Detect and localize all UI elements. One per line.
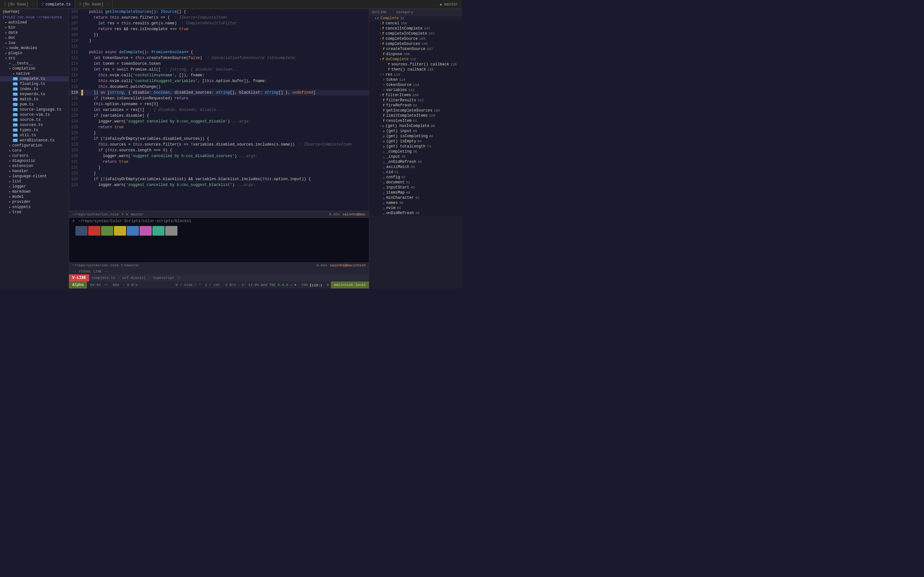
git-status-bar: macintosh.local	[331, 282, 369, 288]
tab-3-close[interactable]: -	[106, 2, 108, 7]
sidebar-match-ts[interactable]: TS match.ts	[0, 97, 69, 102]
tab-3[interactable]: 3 [No Name] -	[75, 0, 113, 9]
sidebar-floating-ts[interactable]: TS floating.ts	[0, 81, 69, 87]
outline-res[interactable]: › ○ res 115	[369, 72, 462, 77]
tab-1[interactable]: 1 [No Name] -	[0, 0, 37, 9]
outline-tokensource[interactable]: ○ tokenSource 113	[369, 82, 462, 87]
outline-config[interactable]: △ config 52	[369, 175, 462, 180]
sidebar-tree[interactable]: ▸ tree	[0, 210, 69, 215]
sidebar-src[interactable]: ▾ src	[0, 56, 69, 61]
sidebar-sources-ts[interactable]: TS sources.ts	[0, 122, 69, 127]
sidebar-pum-ts[interactable]: TS pum.ts	[0, 102, 69, 107]
outline-mincharacter[interactable]: △ minCharacter 42	[369, 195, 462, 200]
sidebar-source-vim-ts[interactable]: TS source-vim.ts	[0, 112, 69, 117]
sidebar-configuration[interactable]: ▸ configuration	[0, 143, 69, 148]
sidebar-model[interactable]: ▸ model	[0, 194, 69, 199]
outline-document[interactable]: △ document 51	[369, 180, 462, 185]
sidebar-markdown[interactable]: ▸ markdown	[0, 189, 69, 194]
outline-filteritems[interactable]: › f filterItems 260	[369, 93, 462, 98]
sidebar-source-language-ts[interactable]: TS source-language.ts	[0, 107, 69, 112]
sidebar-source-ts[interactable]: TS source.ts	[0, 117, 69, 122]
sidebar-language-client[interactable]: ▸ language-client	[0, 174, 69, 179]
outline-cid[interactable]: △ cid 41	[369, 169, 462, 175]
outline-createtokensource[interactable]: f createTokenSource 337	[369, 47, 462, 52]
code-line-132: 132 }	[69, 165, 369, 171]
sidebar-types-ts[interactable]: TS types.ts	[0, 127, 69, 133]
sidebar-list[interactable]: ▸ list	[0, 179, 69, 184]
outline-completesources[interactable]: › f completeSources 145	[369, 41, 462, 47]
outline-sources-filter[interactable]: f sources.filter() callback 128	[369, 62, 462, 67]
outline-firerefresh[interactable]: f fireRefresh 62	[369, 103, 462, 108]
outline-then-callback[interactable]: f then() callback 138	[369, 67, 462, 72]
outline-variables[interactable]: ○ variables 122	[369, 87, 462, 93]
outline-itemsmap[interactable]: △ itemsMap 48	[369, 190, 462, 195]
outline-cancel[interactable]: › f cancel 356	[369, 21, 462, 26]
outline-nvim[interactable]: △ nvim 54	[369, 205, 462, 211]
outline-docomplete[interactable]: ▾ f doComplete 112	[369, 57, 462, 62]
outline-num: 52	[401, 175, 405, 179]
code-line-130: 130 logger.warn('suggest cancelled by b:…	[69, 153, 369, 159]
outline-totallength[interactable]: ⊙ (get) totalLength 73	[369, 144, 462, 149]
outline-completing[interactable]: △ _completing 36	[369, 149, 462, 154]
outline-resolveitem[interactable]: f resolveItem 81	[369, 118, 462, 123]
sidebar-diagnostic[interactable]: ▸ diagnostic	[0, 158, 69, 163]
outline-dispose[interactable]: f dispose 366	[369, 52, 462, 57]
sidebar-bin[interactable]: ▸ bin	[0, 25, 69, 30]
outline-num: 347	[424, 27, 430, 31]
ts-file-icon: TS	[13, 82, 18, 85]
sidebar-complete-ts[interactable]: TS complete.ts	[0, 76, 69, 81]
sidebar-snippets[interactable]: ▸ snippets	[0, 205, 69, 210]
outline-complete[interactable]: ▾ C Complete 32	[369, 16, 462, 21]
sidebar-extension[interactable]: ▸ extension	[0, 163, 69, 169]
outline-input[interactable]: ⊙ (get) input 90	[369, 129, 462, 134]
outline-num: 145	[422, 42, 428, 46]
sidebar-util-ts[interactable]: TS util.ts	[0, 133, 69, 138]
outline-ondidrefresh2[interactable]: △ onDidRefresh 49	[369, 211, 462, 216]
sidebar-word-distance-ts[interactable]: TS wordDistance.ts	[0, 138, 69, 143]
outline-isempty[interactable]: ⊙ (get) isEmpty 94	[369, 139, 462, 144]
outline-ondidrefresh[interactable]: △ _onDidRefresh 44	[369, 159, 462, 164]
sidebar-lua[interactable]: ▸ lua	[0, 40, 69, 45]
folder-icon: ▸	[9, 164, 11, 168]
outline-token[interactable]: ○ token 114	[369, 77, 462, 82]
tab-2[interactable]: 2 complete.ts	[37, 0, 75, 9]
outline-iscompleting[interactable]: ⊙ (get) isCompleting 86	[369, 134, 462, 139]
tab-1-close[interactable]: -	[31, 2, 33, 7]
sidebar-data[interactable]: ▸ data	[0, 30, 69, 35]
sidebar-handler[interactable]: ▸ handler	[0, 169, 69, 174]
outline-names[interactable]: △ names 38	[369, 200, 462, 205]
line-code: public getIncompleteSources(): ISource[]…	[83, 9, 369, 15]
outline-hasincomplete[interactable]: › ⊙ (get) hasInComplete 98	[369, 123, 462, 129]
sidebar-native[interactable]: ▸ native	[0, 71, 69, 76]
outline-completesource[interactable]: › f completeSource 185	[369, 36, 462, 41]
line-number: 108	[69, 26, 81, 32]
sidebar-logger[interactable]: ▸ logger	[0, 184, 69, 189]
sidebar-provider[interactable]: ▸ provider	[0, 199, 69, 205]
sidebar-completion[interactable]: ▾ completion	[0, 66, 69, 71]
sidebar-autoload[interactable]: ▸ autoload	[0, 20, 69, 25]
outline-inputstart[interactable]: △ inputStart 43	[369, 185, 462, 190]
sidebar-node-modules[interactable]: ! ▸ node_modules	[0, 45, 69, 51]
sidebar-index-ts[interactable]: TS index.ts	[0, 87, 69, 92]
outline-completeincomplete[interactable]: › f completeInComplete 237	[369, 31, 462, 36]
color-swatch-1	[75, 226, 87, 235]
outline-cancelincomplete[interactable]: › f cancelInComplete 347	[369, 26, 462, 31]
outline-input2[interactable]: △ _input 35	[369, 154, 462, 159]
sidebar-doc[interactable]: ▸ doc	[0, 35, 69, 40]
code-time: 0.03s	[329, 213, 340, 216]
outline-asciimatch[interactable]: △ asciiMatch 39	[369, 164, 462, 169]
sidebar-cursors[interactable]: ▸ cursors	[0, 153, 69, 158]
sidebar-item-label: snippets	[12, 205, 31, 210]
sidebar-item-label: list	[12, 179, 21, 184]
sidebar-tests[interactable]: ▸ __tests__	[0, 61, 69, 66]
sidebar-core[interactable]: ▸ core	[0, 148, 69, 153]
outline-num: 98	[431, 124, 435, 128]
code-content[interactable]: 105 public getIncompleteSources(): ISour…	[69, 9, 369, 211]
outline-getincompletesources[interactable]: f getIncompleteSources 105	[369, 108, 462, 113]
outline-limitcompleteitems[interactable]: f limitCompleteItems 320	[369, 113, 462, 118]
sidebar-plugin[interactable]: ▸ plugin	[0, 51, 69, 56]
line-number: 122	[69, 107, 81, 113]
line-number: 126	[69, 130, 81, 136]
outline-filterresults[interactable]: f filterResults 312	[369, 98, 462, 103]
sidebar-keywords-ts[interactable]: TS keywords.ts	[0, 92, 69, 97]
